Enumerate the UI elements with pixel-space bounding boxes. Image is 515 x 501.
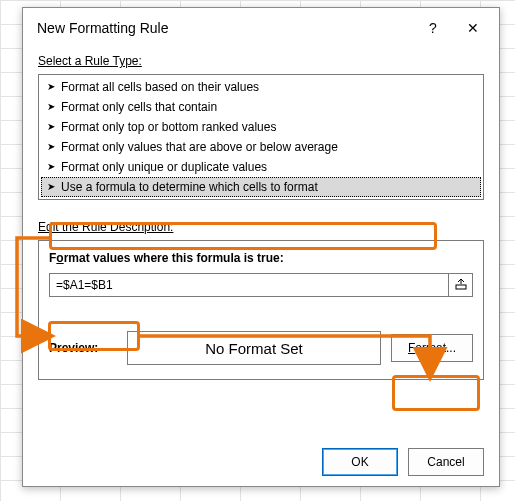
rule-type-label: Format only values that are above or bel… [61,140,338,154]
edit-rule-description-label: Edit the Rule Description: [38,220,484,234]
select-rule-type-label: Select a Rule Type: [38,54,484,68]
range-picker-button[interactable] [449,273,473,297]
preview-box: No Format Set [127,331,381,365]
bullet-arrow-icon: ➤ [47,162,55,172]
format-button[interactable]: Format... [391,334,473,362]
rule-type-item[interactable]: ➤ Format only unique or duplicate values [41,157,481,177]
rule-type-item-selected[interactable]: ➤ Use a formula to determine which cells… [41,177,481,197]
bullet-arrow-icon: ➤ [47,142,55,152]
preview-row: Preview: No Format Set Format... [49,331,473,365]
dialog-titlebar: New Formatting Rule ? ✕ [23,8,499,48]
rule-type-label: Format only cells that contain [61,100,217,114]
bullet-arrow-icon: ➤ [47,182,55,192]
rule-type-list: ➤ Format all cells based on their values… [38,74,484,200]
cancel-button[interactable]: Cancel [408,448,484,476]
help-button[interactable]: ? [413,12,453,44]
rule-type-label: Use a formula to determine which cells t… [61,180,318,194]
dialog-content: Select a Rule Type: ➤ Format all cells b… [23,48,499,438]
preview-label: Preview: [49,341,117,355]
help-icon: ? [429,20,437,36]
rule-type-item[interactable]: ➤ Format only top or bottom ranked value… [41,117,481,137]
rule-description-box: Format values where this formula is true… [38,240,484,380]
svg-rect-0 [456,285,466,289]
rule-type-label: Format all cells based on their values [61,80,259,94]
rule-type-item[interactable]: ➤ Format all cells based on their values [41,77,481,97]
bullet-arrow-icon: ➤ [47,102,55,112]
dialog-footer: OK Cancel [23,438,499,486]
ok-button[interactable]: OK [322,448,398,476]
dialog-title: New Formatting Rule [37,20,413,36]
rule-type-label: Format only top or bottom ranked values [61,120,276,134]
rule-type-item[interactable]: ➤ Format only values that are above or b… [41,137,481,157]
formula-input[interactable] [49,273,449,297]
rule-type-label: Format only unique or duplicate values [61,160,267,174]
formula-row [49,273,473,297]
close-icon: ✕ [467,20,479,36]
close-button[interactable]: ✕ [453,12,493,44]
bullet-arrow-icon: ➤ [47,122,55,132]
formula-heading: Format values where this formula is true… [49,251,473,265]
bullet-arrow-icon: ➤ [47,82,55,92]
new-formatting-rule-dialog: New Formatting Rule ? ✕ Select a Rule Ty… [22,7,500,487]
collapse-dialog-icon [455,278,467,293]
rule-type-item[interactable]: ➤ Format only cells that contain [41,97,481,117]
